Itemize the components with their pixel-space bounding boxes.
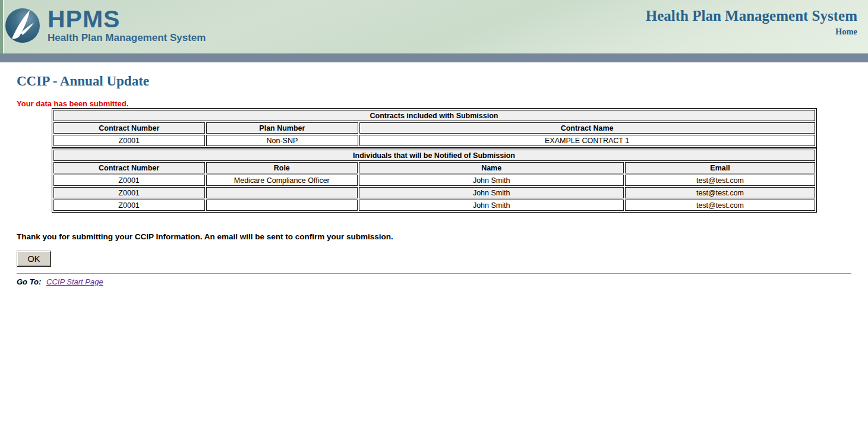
header-divider-bar	[0, 53, 868, 62]
table-cell-name: John Smith	[359, 175, 624, 186]
table-cell-name: John Smith	[359, 187, 624, 198]
table-row: Z0001 John Smith test@test.com	[53, 187, 815, 198]
contracts-table: Contracts included with Submission Contr…	[52, 108, 817, 148]
table-cell-email: test@test.com	[625, 200, 815, 211]
table-cell-email: test@test.com	[625, 187, 815, 198]
header-accent-strip-light	[3, 0, 4, 53]
column-header-name: Name	[359, 162, 624, 173]
table-title-row: Individuals that will be Notified of Sub…	[53, 150, 815, 161]
column-header-contract-number: Contract Number	[53, 122, 206, 134]
logo-tagline: Health Plan Management System	[48, 32, 206, 44]
table-row: Z0001 Non-SNP EXAMPLE CONTRACT 1	[53, 135, 815, 146]
table-cell-name: John Smith	[359, 200, 624, 211]
column-header-plan-number: Plan Number	[206, 122, 358, 134]
thank-you-message: Thank you for submitting your CCIP Infor…	[17, 232, 868, 241]
table-cell-plan-number: Non-SNP	[206, 135, 358, 146]
table-cell-contract-number: Z0001	[53, 135, 206, 146]
column-header-role: Role	[206, 162, 358, 173]
table-cell-contract-number: Z0001	[53, 200, 205, 211]
table-cell-contract-name: EXAMPLE CONTRACT 1	[359, 135, 815, 146]
header-right-block: Health Plan Management System Home	[646, 8, 857, 37]
column-header-contract-number: Contract Number	[53, 162, 205, 173]
individuals-table-title: Individuals that will be Notified of Sub…	[53, 150, 815, 161]
table-header-row: Contract Number Role Name Email	[53, 162, 815, 173]
table-cell-contract-number: Z0001	[53, 175, 205, 186]
system-title: Health Plan Management System	[646, 8, 857, 24]
contracts-table-title: Contracts included with Submission	[53, 110, 815, 121]
status-message: Your data has been submitted.	[17, 99, 868, 108]
home-link[interactable]: Home	[835, 27, 857, 37]
table-cell-role	[206, 187, 358, 198]
logo-acronym: HPMS	[48, 7, 206, 31]
page-header: HPMS Health Plan Management System Healt…	[0, 0, 868, 53]
goto-label: Go To:	[17, 277, 41, 286]
table-cell-contract-number: Z0001	[53, 187, 205, 198]
column-header-contract-name: Contract Name	[359, 122, 815, 134]
individuals-table: Individuals that will be Notified of Sub…	[52, 148, 817, 213]
footer-divider	[17, 273, 851, 274]
hpms-globe-icon	[5, 8, 40, 43]
logo-text-block: HPMS Health Plan Management System	[48, 7, 206, 44]
column-header-email: Email	[625, 162, 815, 173]
goto-line: Go To: CCIP Start Page	[17, 277, 868, 286]
table-row: Z0001 Medicare Compliance Officer John S…	[53, 175, 815, 186]
table-cell-role: Medicare Compliance Officer	[206, 175, 358, 186]
table-header-row: Contract Number Plan Number Contract Nam…	[53, 122, 815, 134]
table-cell-email: test@test.com	[625, 175, 815, 186]
table-cell-role	[206, 200, 358, 211]
table-title-row: Contracts included with Submission	[53, 110, 815, 121]
hpms-logo[interactable]: HPMS Health Plan Management System	[5, 7, 206, 44]
ccip-start-page-link[interactable]: CCIP Start Page	[46, 277, 103, 286]
table-row: Z0001 John Smith test@test.com	[53, 200, 815, 211]
page-title: CCIP - Annual Update	[17, 74, 868, 89]
ok-button[interactable]: OK	[17, 251, 51, 267]
